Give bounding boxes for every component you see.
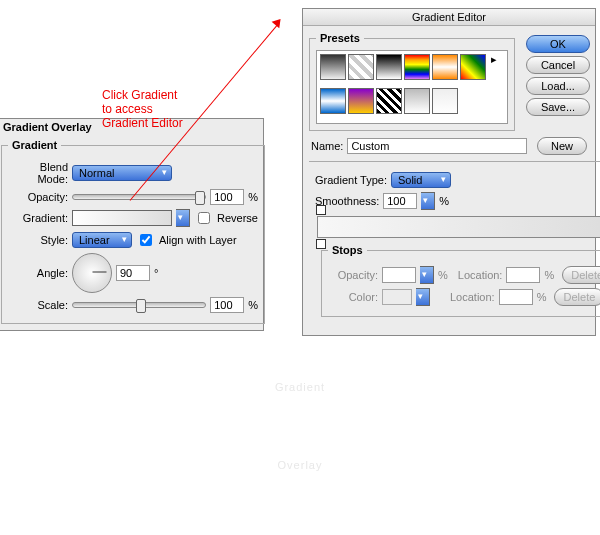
load-button[interactable]: Load... [526, 77, 590, 95]
watermark-line2: Overlay [0, 426, 600, 504]
style-label: Style: [8, 234, 68, 246]
new-button[interactable]: New [537, 137, 587, 155]
opacity-stop[interactable] [316, 205, 326, 215]
blend-mode-label: Blend Mode: [8, 161, 68, 185]
opacity-input[interactable] [210, 189, 244, 205]
preset-swatch[interactable] [348, 88, 374, 114]
preset-swatch[interactable] [432, 54, 458, 80]
stop-opacity-drop-icon [420, 266, 434, 284]
gradient-overlay-panel: Gradient Overlay Gradient Blend Mode: No… [0, 118, 264, 331]
editor-title: Gradient Editor [303, 9, 595, 26]
preset-swatch[interactable] [432, 88, 458, 114]
scale-slider[interactable] [72, 302, 206, 308]
annotation-arrowhead-icon [272, 16, 285, 29]
color-stop[interactable] [316, 239, 326, 249]
name-label: Name: [311, 140, 343, 152]
stop-opacity-label: Opacity: [328, 269, 378, 281]
location-label: Location: [458, 269, 503, 281]
stop-color-location-input [499, 289, 533, 305]
smoothness-input[interactable] [383, 193, 417, 209]
gradient-label: Gradient: [8, 212, 68, 224]
preset-swatch[interactable] [320, 54, 346, 80]
angle-degree: ° [154, 267, 158, 279]
angle-dial[interactable] [72, 253, 112, 293]
stops-legend: Stops [328, 244, 367, 256]
location-percent: % [544, 269, 554, 281]
opacity-percent: % [248, 191, 258, 203]
scale-percent: % [248, 299, 258, 311]
save-button[interactable]: Save... [526, 98, 590, 116]
stop-color-swatch [382, 289, 412, 305]
presets-legend: Presets [316, 32, 364, 44]
reverse-label: Reverse [217, 212, 258, 224]
presets-group: Presets ▸ [309, 32, 515, 131]
align-label: Align with Layer [159, 234, 237, 246]
stop-opacity-input [382, 267, 416, 283]
preset-swatch[interactable] [460, 54, 486, 80]
scale-input[interactable] [210, 297, 244, 313]
gradient-bar[interactable] [317, 216, 600, 238]
delete-color-stop-button: Delete [554, 288, 600, 306]
name-input[interactable] [347, 138, 527, 154]
smoothness-dropdown-icon[interactable] [421, 192, 435, 210]
angle-input[interactable] [116, 265, 150, 281]
gradient-group-legend: Gradient [8, 139, 61, 151]
preset-swatch[interactable] [376, 54, 402, 80]
watermark-line1: Gradient [0, 348, 600, 426]
preset-swatch[interactable] [320, 88, 346, 114]
opacity-slider[interactable] [72, 194, 206, 200]
stop-opacity-percent: % [438, 269, 448, 281]
stop-color-drop-icon [416, 288, 430, 306]
color-location-label: Location: [450, 291, 495, 303]
opacity-label: Opacity: [8, 191, 68, 203]
ok-button[interactable]: OK [526, 35, 590, 53]
presets-menu-icon[interactable]: ▸ [491, 53, 503, 65]
smoothness-percent: % [439, 195, 449, 207]
gradient-group: Gradient Blend Mode: Normal Opacity: % G… [1, 139, 265, 324]
style-select[interactable]: Linear [72, 232, 132, 248]
type-select[interactable]: Solid [391, 172, 451, 188]
watermark: Gradient Overlay [0, 348, 600, 504]
preset-swatch[interactable] [404, 88, 430, 114]
stop-color-label: Color: [328, 291, 378, 303]
cancel-button[interactable]: Cancel [526, 56, 590, 74]
align-checkbox[interactable] [140, 234, 152, 246]
delete-opacity-stop-button: Delete [562, 266, 600, 284]
gradient-swatch[interactable] [72, 210, 172, 226]
scale-label: Scale: [8, 299, 68, 311]
preset-swatch[interactable] [376, 88, 402, 114]
preset-swatch[interactable] [404, 54, 430, 80]
angle-label: Angle: [8, 267, 68, 279]
stop-opacity-location-input [506, 267, 540, 283]
presets-box[interactable]: ▸ [316, 50, 508, 124]
gradient-type-group: Gradient Type: Solid Smoothness: % Stops… [309, 161, 600, 329]
preset-swatch[interactable] [348, 54, 374, 80]
annotation-text: Click Gradient to access Gradient Editor [102, 88, 183, 130]
gradient-dropdown-icon[interactable] [176, 209, 190, 227]
reverse-checkbox[interactable] [198, 212, 210, 224]
stops-group: Stops Opacity: % Location: % Delete Colo… [321, 244, 600, 317]
color-location-percent: % [537, 291, 547, 303]
type-label: Gradient Type: [315, 174, 387, 186]
gradient-editor-panel: Gradient Editor Presets ▸ [302, 8, 596, 336]
